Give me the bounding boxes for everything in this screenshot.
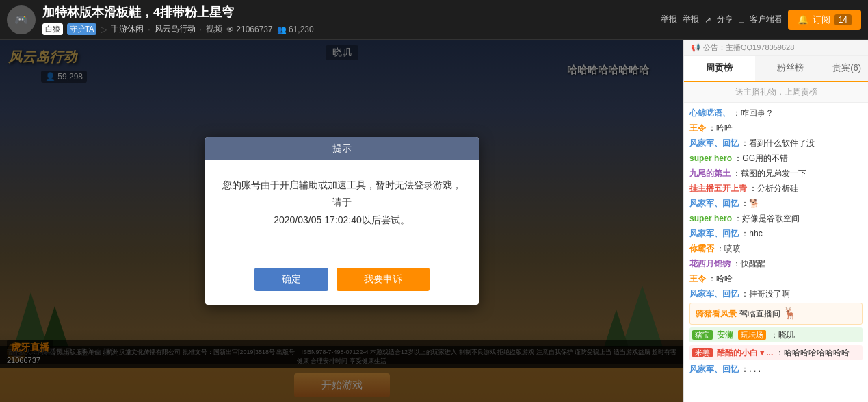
chat-text: ：看到什么软件了没	[741, 138, 815, 148]
chat-text: ：好像是谷歌空间	[734, 214, 800, 223]
chat-name: 花西月锦绣	[689, 259, 731, 268]
chat-list: 心鲸呓语、 ：咋回事？ 王令 ：哈哈 风家军、回忆 ：看到什么软件了没 supe…	[684, 103, 868, 402]
badge-guard[interactable]: 守护TA	[67, 23, 96, 35]
modal-divider	[219, 240, 465, 240]
chat-item-13: 风家军、回忆 ：挂哥没了啊	[689, 288, 863, 300]
chat-text: ：截图的兄弟发一下	[733, 168, 806, 178]
main-area: 风云岛行动 👤 59,298 晓叽 哈哈哈哈哈哈哈哈 提示	[0, 40, 868, 402]
subscribe-button[interactable]: 🔔 订阅 14	[788, 10, 861, 30]
chat-name: 风家军、回忆	[689, 138, 739, 148]
announcement-text: 公告：主播QQ1978059628	[703, 42, 794, 53]
chat-text: ：挂哥没了啊	[741, 289, 790, 299]
modal-buttons: 确定 我要申诉	[205, 268, 479, 305]
chat-text: ：GG用的不错	[734, 153, 788, 163]
platform-badge: 玩坛场	[738, 330, 766, 340]
share-btn[interactable]: ↗	[705, 15, 711, 25]
customer-btn[interactable]: □	[739, 15, 744, 25]
chat-text: ：喷喷	[716, 244, 741, 253]
channel-name[interactable]: 风云岛行动	[155, 23, 196, 35]
chat-text: ：晓叽	[770, 330, 795, 340]
view-count: 👁 21066737	[226, 25, 273, 34]
tab-weekly[interactable]: 周贡榜	[684, 56, 755, 81]
chat-text: ：🐕	[741, 199, 759, 208]
header-meta: 白狼 守护TA ▷ 手游休闲 · 风云岛行动 · 视频 👁 21066737 👥…	[42, 23, 654, 35]
header-actions: 举报 举报 ↗ 分享 □ 客户端看 🔔 订阅 14	[661, 10, 861, 30]
stream-title: 加特林版本滑板鞋，4排带粉上星穹	[42, 4, 654, 21]
report-btn[interactable]: 举报	[661, 14, 677, 25]
chat-name: 心鲸呓语、	[689, 108, 731, 118]
chat-name: 风家军、回忆	[689, 289, 739, 299]
chat-text: ：hhc	[741, 229, 762, 238]
badge-mijian: 米姜	[692, 348, 713, 357]
video-area: 风云岛行动 👤 59,298 晓叽 哈哈哈哈哈哈哈哈 提示	[0, 40, 683, 402]
announcement-bar: 📢 公告：主播QQ1978059628	[684, 40, 868, 56]
chat-name: 挂主播五开上青	[689, 184, 747, 193]
follower-count: 👥 61,230	[277, 25, 314, 34]
chat-item-6: 挂主播五开上青 ：分析分析硅	[689, 182, 863, 194]
chat-name: 风家军、回忆	[689, 364, 739, 374]
chat-item-8: super hero ：好像是谷歌空间	[689, 212, 863, 225]
gift-bar: 送主播礼物，上周贡榜	[684, 82, 868, 103]
share-label[interactable]: 分享	[717, 14, 733, 25]
chat-item-17: 风家军、回忆 ：. . .	[689, 363, 863, 375]
chat-item-5: 九尾的第土 ：截图的兄弟发一下	[689, 167, 863, 179]
modal-dialog: 提示 您的账号由于开启辅助或加速工具，暂时无法登录游戏，请于 2020/03/0…	[205, 137, 479, 305]
subscribe-icon: 🔔	[798, 14, 808, 25]
chat-item-16: 米姜 酷酷的小白▼... ：哈哈哈哈哈哈哈哈	[689, 345, 863, 360]
chat-name: 王令	[689, 123, 706, 133]
chat-text: ：哈哈	[708, 274, 733, 284]
badge-zhubao: 猪宝	[692, 330, 713, 340]
chat-item-15: 猪宝 安澜 玩坛场 ：晓叽	[689, 327, 863, 342]
tab-gift[interactable]: 贵宾(6)	[826, 56, 868, 81]
chat-text: ：哈哈	[708, 123, 733, 133]
chat-item-9: 风家军、回忆 ：hhc	[689, 227, 863, 240]
chat-item-4: super hero ：GG用的不错	[689, 152, 863, 164]
report-label[interactable]: 举报	[683, 14, 699, 25]
chat-name: 安澜	[717, 330, 733, 340]
chat-name: 九尾的第土	[689, 168, 731, 178]
chat-text: ：咋回事？	[733, 108, 774, 118]
confirm-button[interactable]: 确定	[254, 268, 328, 291]
chat-name: 王令	[689, 274, 706, 284]
sidebar: 📢 公告：主播QQ1978059628 周贡榜 粉丝榜 贵宾(6) 送主播礼物，…	[683, 40, 868, 402]
modal-body: 您的账号由于开启辅助或加速工具，暂时无法登录游戏，请于 2020/03/05 1…	[205, 160, 479, 268]
modal-overlay: 提示 您的账号由于开启辅助或加速工具，暂时无法登录游戏，请于 2020/03/0…	[0, 40, 683, 402]
chat-text: ：. . .	[741, 364, 761, 374]
tab-fans[interactable]: 粉丝榜	[755, 56, 826, 81]
chat-text: 驾临直播间	[739, 307, 780, 320]
chat-name: 骑猪看风景	[696, 307, 737, 320]
announcement-icon: 📢	[691, 43, 700, 52]
chat-item-2: 王令 ：哈哈	[689, 122, 863, 134]
chat-item-3: 风家军、回忆 ：看到什么软件了没	[689, 137, 863, 149]
chat-item-7: 风家军、回忆 ：🐕	[689, 197, 863, 210]
chat-item-11: 花西月锦绣 ：快醒醒	[689, 257, 863, 270]
chat-name: super hero	[689, 153, 732, 163]
chat-name: 你霸否	[689, 244, 714, 253]
chat-name: 风家军、回忆	[689, 199, 739, 208]
game-tag[interactable]: 手游休闲	[111, 23, 144, 35]
media-type: 视频	[206, 23, 222, 35]
chat-name: 酷酷的小白▼...	[717, 348, 773, 357]
video-background: 风云岛行动 👤 59,298 晓叽 哈哈哈哈哈哈哈哈 提示	[0, 40, 683, 402]
badge-bailan: 白狼	[42, 23, 63, 35]
chat-name: 风家军、回忆	[689, 229, 739, 238]
customer-label[interactable]: 客户端看	[750, 14, 782, 25]
chat-name: super hero	[689, 214, 732, 223]
animal-icon: 🦌	[783, 305, 797, 322]
chat-text: ：分析分析硅	[749, 184, 798, 193]
sidebar-tabs: 周贡榜 粉丝榜 贵宾(6)	[684, 56, 868, 82]
avatar: 🎮	[7, 5, 36, 34]
modal-title: 提示	[205, 137, 479, 160]
chat-text: ：快醒醒	[733, 259, 765, 268]
chat-item-1: 心鲸呓语、 ：咋回事？	[689, 107, 863, 119]
chat-text: ：哈哈哈哈哈哈哈哈	[776, 348, 850, 357]
appeal-button[interactable]: 我要申诉	[337, 268, 430, 291]
chat-item-10: 你霸否 ：喷喷	[689, 242, 863, 255]
header: 🎮 加特林版本滑板鞋，4排带粉上星穹 白狼 守护TA ▷ 手游休闲 · 风云岛行…	[0, 0, 868, 40]
chat-item-14: 骑猪看风景 驾临直播间 🦌	[689, 303, 863, 325]
chat-item-12: 王令 ：哈哈	[689, 273, 863, 285]
